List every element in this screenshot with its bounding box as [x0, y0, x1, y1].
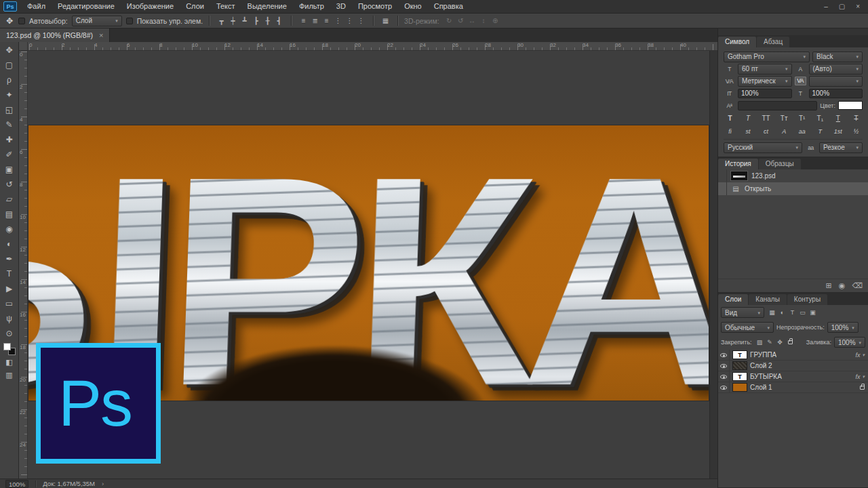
type-tool[interactable]: T: [1, 266, 18, 281]
eyedropper-tool[interactable]: ✎: [1, 117, 18, 132]
menu-type[interactable]: Текст: [210, 0, 241, 13]
blur-tool[interactable]: ◉: [1, 222, 18, 237]
leading-select[interactable]: (Авто) ▾: [809, 64, 863, 75]
close-icon[interactable]: ×: [99, 31, 103, 39]
tab-paragraph[interactable]: Абзац: [757, 37, 789, 47]
menu-layers[interactable]: Слои: [180, 0, 210, 13]
distribute-vertical-centers-icon[interactable]: ≣: [309, 16, 321, 26]
layer-row[interactable]: Слой 2: [718, 361, 868, 371]
titling-alternates-button[interactable]: T: [814, 126, 826, 136]
align-vertical-centers-icon[interactable]: ┿: [227, 16, 239, 26]
history-brush-source-cell[interactable]: [718, 182, 727, 195]
tab-channels[interactable]: Каналы: [749, 294, 787, 305]
lock-transparent-pixels-icon[interactable]: ▨: [755, 337, 765, 348]
menu-3d[interactable]: 3D: [330, 0, 352, 13]
gradient-tool[interactable]: ▤: [1, 207, 18, 222]
foreground-color-swatch[interactable]: [3, 343, 11, 350]
document-tab[interactable]: 123.psd @ 100% (RGB/8#) ×: [0, 28, 110, 42]
lasso-tool[interactable]: ρ: [1, 73, 18, 87]
menu-image[interactable]: Изображение: [121, 0, 180, 13]
layer-effects-badge[interactable]: fx: [855, 352, 860, 359]
effects-expand-icon[interactable]: ▾: [862, 374, 865, 380]
anti-alias-select[interactable]: Резкое ▾: [819, 142, 863, 153]
opacity-select[interactable]: 100% ▾: [827, 322, 859, 333]
autoselect-target-select[interactable]: Слой ▾: [72, 16, 122, 26]
layer-visibility-toggle[interactable]: [718, 361, 730, 371]
move-tool[interactable]: ✥: [1, 43, 18, 58]
ruler-origin-corner[interactable]: [19, 42, 28, 51]
lock-image-pixels-icon[interactable]: ✎: [765, 337, 775, 348]
clone-stamp-tool[interactable]: ▣: [1, 162, 18, 177]
layer-filter-select[interactable]: Вид ▾: [721, 307, 764, 318]
show-transform-controls-checkbox[interactable]: [126, 18, 133, 24]
layer-visibility-toggle[interactable]: [718, 382, 730, 392]
fractions-button[interactable]: ½: [850, 126, 862, 136]
new-document-from-state-icon[interactable]: ⊞: [826, 281, 832, 290]
layer-row[interactable]: Слой 1: [718, 382, 868, 393]
vertical-scrollbar[interactable]: [709, 51, 717, 479]
close-button[interactable]: ×: [856, 3, 860, 10]
distribute-right-edges-icon[interactable]: ⋮: [355, 16, 367, 26]
distribute-bottom-edges-icon[interactable]: ≡: [321, 16, 332, 26]
screen-mode-button[interactable]: ▥: [5, 371, 12, 380]
filter-adjustment-layers-icon[interactable]: ◐: [777, 307, 787, 318]
tab-layers[interactable]: Слои: [718, 294, 748, 305]
eraser-tool[interactable]: ▱: [1, 192, 18, 207]
menu-view[interactable]: Просмотр: [352, 0, 398, 13]
shape-tool[interactable]: ▭: [1, 296, 18, 311]
quick-selection-tool[interactable]: ✦: [1, 87, 18, 102]
discretionary-ligatures-button[interactable]: ct: [760, 126, 772, 136]
superscript-button[interactable]: T¹: [796, 113, 808, 123]
menu-edit[interactable]: Редактирование: [52, 0, 121, 13]
tab-character[interactable]: Символ: [718, 37, 756, 47]
align-left-edges-icon[interactable]: ┣: [250, 16, 262, 26]
lock-all-icon[interactable]: [788, 340, 793, 344]
zoom-tool[interactable]: ⊙: [1, 326, 18, 341]
font-style-select[interactable]: Black ▾: [812, 52, 863, 62]
path-selection-tool[interactable]: ▶: [1, 281, 18, 296]
pen-tool[interactable]: ✒: [1, 251, 18, 266]
filter-type-layers-icon[interactable]: T: [787, 307, 797, 318]
horizontal-ruler[interactable]: 0246810121416182022242628303234363840: [28, 42, 717, 51]
layer-row[interactable]: T ГРУППА fx ▾: [718, 350, 868, 361]
tab-paths[interactable]: Контуры: [787, 294, 827, 305]
maximize-button[interactable]: ▢: [839, 3, 845, 10]
contextual-alternates-button[interactable]: st: [743, 126, 754, 136]
filter-pixel-layers-icon[interactable]: ▦: [767, 307, 777, 318]
distribute-top-edges-icon[interactable]: ≡: [298, 16, 309, 26]
history-brush-tool[interactable]: ↺: [1, 177, 18, 192]
ligatures-button[interactable]: fi: [724, 126, 736, 136]
history-brush-source-cell[interactable]: [718, 169, 727, 182]
swash-button[interactable]: A: [778, 126, 790, 136]
menu-file[interactable]: Файл: [21, 0, 52, 13]
minimize-button[interactable]: –: [824, 3, 828, 10]
small-caps-button[interactable]: Tт: [778, 113, 790, 123]
filter-shape-layers-icon[interactable]: ▭: [797, 307, 808, 318]
tab-history[interactable]: История: [718, 159, 758, 169]
align-bottom-edges-icon[interactable]: ┻: [239, 16, 250, 26]
distribute-horizontal-centers-icon[interactable]: ⋮: [344, 16, 355, 26]
layer-effects-badge[interactable]: fx: [855, 373, 860, 380]
kerning-select[interactable]: Метрическ ▾: [738, 76, 792, 87]
all-caps-button[interactable]: TT: [760, 113, 772, 123]
horizontal-scale-field[interactable]: 100%: [809, 89, 863, 98]
ordinals-button[interactable]: 1st: [832, 126, 844, 136]
quick-mask-button[interactable]: ◧: [5, 358, 12, 367]
baseline-shift-field[interactable]: [738, 101, 817, 110]
auto-align-layers-icon[interactable]: ▦: [380, 16, 391, 26]
blend-mode-select[interactable]: Обычные ▾: [721, 322, 774, 333]
autoselect-checkbox[interactable]: [18, 18, 25, 24]
distribute-left-edges-icon[interactable]: ⋮: [332, 16, 344, 26]
healing-brush-tool[interactable]: ✚: [1, 132, 18, 147]
font-size-select[interactable]: 60 пт ▾: [738, 64, 792, 75]
rectangular-marquee-tool[interactable]: ▢: [1, 58, 18, 73]
vertical-scale-field[interactable]: 100%: [738, 89, 792, 98]
faux-italic-button[interactable]: T: [743, 113, 754, 123]
text-color-swatch[interactable]: [838, 101, 863, 110]
font-family-select[interactable]: Gotham Pro ▾: [724, 52, 810, 62]
layer-visibility-toggle[interactable]: [718, 371, 730, 382]
vertical-ruler[interactable]: 024681012141618202224: [19, 51, 28, 479]
history-snapshot-row[interactable]: 123.psd: [718, 169, 868, 182]
menu-help[interactable]: Справка: [428, 0, 469, 13]
align-horizontal-centers-icon[interactable]: ╂: [262, 16, 273, 26]
